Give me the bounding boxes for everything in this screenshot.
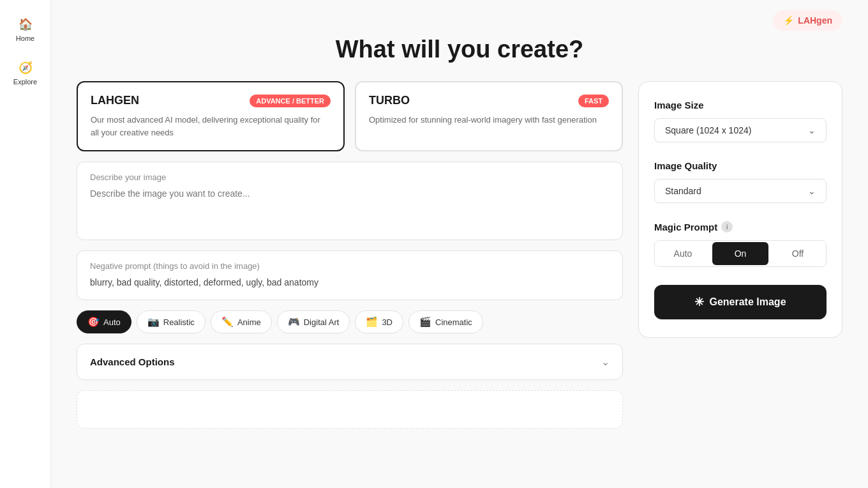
lahgen-card-header: LAHGEN ADVANCE / BETTER [91, 94, 331, 107]
top-bar: ⚡ LAHgen [77, 0, 842, 36]
toggle-auto[interactable]: Auto [655, 241, 711, 266]
negative-prompt-value[interactable]: blurry, bad quality, distorted, deformed… [90, 276, 610, 289]
right-panel: Image Size Square (1024 x 1024) ⌄ Image … [638, 81, 842, 338]
style-tab-anime[interactable]: ✏️ Anime [211, 310, 272, 333]
turbo-model-name: TURBO [369, 94, 410, 107]
model-card-lahgen[interactable]: LAHGEN ADVANCE / BETTER Our most advance… [77, 81, 345, 151]
style-tabs: 🎯 Auto 📷 Realistic ✏️ Anime 🎮 Digital Ar… [77, 310, 623, 333]
page-title-area: What will you create? [77, 36, 842, 63]
style-tab-realistic[interactable]: 📷 Realistic [137, 310, 206, 333]
image-quality-arrow-icon: ⌄ [808, 186, 816, 196]
style-tab-digital-art[interactable]: 🎮 Digital Art [277, 310, 350, 333]
cinematic-tab-label: Cinematic [435, 317, 472, 327]
3d-tab-label: 3D [382, 317, 393, 327]
style-tab-cinematic[interactable]: 🎬 Cinematic [408, 310, 483, 333]
realistic-tab-label: Realistic [163, 317, 195, 327]
lahgen-model-name: LAHGEN [91, 94, 139, 107]
home-icon: 🏠 [18, 17, 33, 32]
content-row: LAHGEN ADVANCE / BETTER Our most advance… [77, 81, 842, 429]
extra-box [77, 390, 623, 429]
magic-prompt-header: Magic Prompt i [654, 221, 827, 233]
realistic-tab-icon: 📷 [147, 316, 160, 328]
turbo-card-header: TURBO FAST [369, 94, 609, 107]
prompt-input[interactable] [90, 188, 610, 227]
prompt-box: Describe your image [77, 162, 623, 240]
left-panel: LAHGEN ADVANCE / BETTER Our most advance… [77, 81, 623, 429]
generate-button[interactable]: ✳ Generate Image [654, 285, 827, 319]
main-content: ⚡ LAHgen What will you create? LAHGEN AD… [51, 0, 868, 488]
digital-art-tab-label: Digital Art [304, 317, 340, 327]
lightning-icon: ⚡ [783, 15, 794, 26]
page-title: What will you create? [77, 36, 842, 63]
sidebar: 🏠 Home 🧭 Explore [0, 0, 51, 488]
anime-tab-label: Anime [237, 317, 261, 327]
prompt-label: Describe your image [90, 172, 610, 182]
image-size-dropdown[interactable]: Square (1024 x 1024) ⌄ [654, 118, 827, 142]
sidebar-item-home[interactable]: 🏠 Home [4, 10, 47, 49]
image-quality-label: Image Quality [654, 160, 827, 171]
anime-tab-icon: ✏️ [221, 316, 234, 328]
magic-prompt-group: Magic Prompt i Auto On Off [654, 221, 827, 267]
model-cards: LAHGEN ADVANCE / BETTER Our most advance… [77, 81, 623, 151]
toggle-off[interactable]: Off [770, 241, 826, 266]
image-quality-dropdown[interactable]: Standard ⌄ [654, 179, 827, 203]
image-size-group: Image Size Square (1024 x 1024) ⌄ [654, 100, 827, 142]
advanced-options[interactable]: Advanced Options ⌄ [77, 344, 623, 380]
compass-icon: 🧭 [18, 60, 33, 75]
sidebar-item-label-explore: Explore [13, 78, 37, 86]
negative-prompt-box: Negative prompt (things to avoid in the … [77, 250, 623, 300]
style-tab-3d[interactable]: 🗂️ 3D [355, 310, 403, 333]
cinematic-tab-icon: 🎬 [419, 316, 431, 328]
image-size-label: Image Size [654, 100, 827, 111]
magic-prompt-toggle: Auto On Off [654, 240, 827, 267]
lahgen-badge: ADVANCE / BETTER [250, 95, 331, 107]
image-quality-value: Standard [665, 186, 701, 196]
generate-icon: ✳ [694, 295, 704, 309]
style-tab-auto[interactable]: 🎯 Auto [77, 310, 131, 333]
image-quality-group: Image Quality Standard ⌄ [654, 160, 827, 203]
auto-tab-label: Auto [103, 317, 121, 327]
sidebar-item-explore[interactable]: 🧭 Explore [4, 54, 47, 92]
chevron-down-icon: ⌄ [601, 356, 610, 368]
lahgen-description: Our most advanced AI model, delivering e… [91, 114, 331, 139]
image-size-arrow-icon: ⌄ [808, 125, 816, 135]
negative-label: Negative prompt (things to avoid in the … [90, 261, 610, 271]
toggle-on[interactable]: On [712, 242, 768, 265]
generate-button-label: Generate Image [709, 296, 786, 308]
image-size-value: Square (1024 x 1024) [665, 125, 751, 135]
advanced-options-label: Advanced Options [90, 356, 175, 367]
digital-art-tab-icon: 🎮 [288, 316, 300, 328]
magic-prompt-label: Magic Prompt [654, 222, 717, 233]
3d-tab-icon: 🗂️ [366, 316, 378, 328]
lahgen-button-label: LAHgen [798, 15, 832, 26]
turbo-description: Optimized for stunning real-world imager… [369, 114, 609, 126]
sidebar-item-label-home: Home [16, 34, 34, 42]
lahgen-button[interactable]: ⚡ LAHgen [773, 10, 842, 31]
auto-tab-icon: 🎯 [87, 316, 100, 328]
info-icon[interactable]: i [721, 221, 733, 233]
turbo-badge: FAST [578, 95, 609, 107]
model-card-turbo[interactable]: TURBO FAST Optimized for stunning real-w… [355, 81, 623, 151]
